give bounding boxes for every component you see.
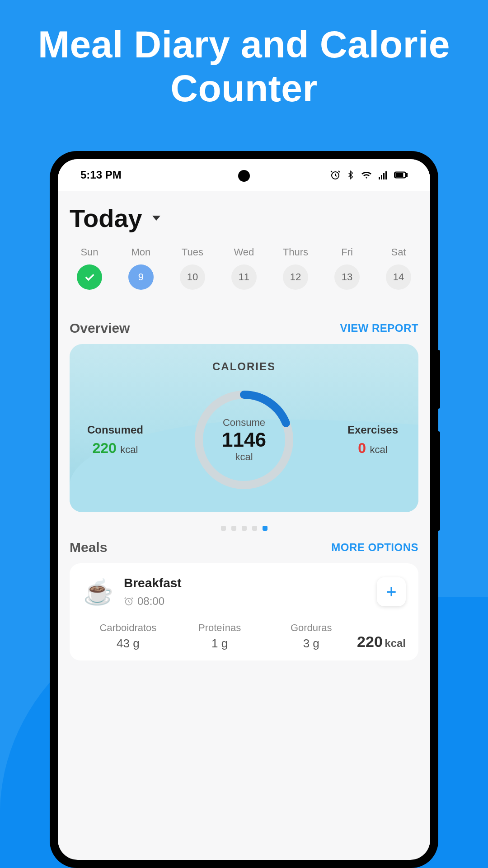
svg-rect-2 [381,175,382,179]
day-circle: 10 [180,264,205,290]
exercises-block: Exercises 0 kcal [339,424,407,457]
day-sun[interactable]: Sun [77,246,102,290]
day-circle: 9 [128,264,154,290]
screen: 5:13 PM Today Sun [58,159,430,860]
overview-header: Overview VIEW REPORT [70,321,418,336]
macro-label: Gorduras [265,622,357,634]
meal-name: Breakfast [124,576,367,590]
exercises-value: 0 [358,440,366,456]
macro-label: Carboidratos [82,622,174,634]
consume-value: 1146 [222,429,266,451]
calories-card[interactable]: CALORIES Consumed 220 kcal [70,344,418,512]
day-fri[interactable]: Fri 13 [334,246,360,290]
svg-rect-4 [385,171,387,179]
day-label: Sun [80,246,98,258]
consumed-label: Consumed [87,424,143,436]
more-options-link[interactable]: MORE OPTIONS [331,541,418,554]
day-label: Tues [182,246,203,258]
dot[interactable] [221,526,226,531]
meal-total-unit: kcal [385,637,406,649]
macro-carbs: Carboidratos 43 g [82,622,174,651]
day-label: Sat [391,246,406,258]
macro-value: 43 g [82,637,174,651]
day-circle: 13 [334,264,360,290]
camera-notch [238,170,250,182]
date-selector[interactable]: Today [70,203,418,233]
consume-label: Consume [223,417,265,429]
svg-rect-1 [379,177,380,179]
macro-protein: Proteínas 1 g [174,622,266,651]
exercises-unit: kcal [370,444,388,455]
day-tues[interactable]: Tues 10 [180,246,205,290]
page-title: Today [70,203,142,233]
consumed-block: Consumed 220 kcal [81,424,149,457]
view-report-link[interactable]: VIEW REPORT [340,322,418,335]
day-label: Thurs [283,246,308,258]
side-button [436,431,440,531]
page-indicator [70,526,418,531]
macro-label: Proteínas [174,622,266,634]
day-wed[interactable]: Wed 11 [231,246,257,290]
meal-total-value: 220 [357,633,383,650]
chevron-down-icon [152,216,160,221]
plus-icon: + [386,582,396,602]
content: Overview VIEW REPORT CALORIES Consumed 2… [58,306,430,666]
dot[interactable] [242,526,247,531]
signal-icon [378,170,389,180]
dot[interactable] [252,526,257,531]
status-time: 5:13 PM [80,169,122,181]
header: Today Sun Mon 9 Tues 10 [58,191,430,306]
day-circle: 14 [386,264,411,290]
battery-icon [394,170,408,180]
consumed-value: 220 [93,440,117,456]
meal-total: 220 kcal [357,633,406,651]
day-circle: 12 [283,264,308,290]
dot[interactable] [231,526,236,531]
day-sat[interactable]: Sat 14 [386,246,411,290]
add-meal-button[interactable]: + [377,577,406,606]
calendar-strip: Sun Mon 9 Tues 10 Wed 11 [70,233,418,302]
status-icons [330,170,408,180]
exercises-label: Exercises [347,424,398,436]
meals-header: Meals MORE OPTIONS [70,540,418,555]
dot-active[interactable] [263,526,267,531]
macro-value: 1 g [174,637,266,651]
day-label: Wed [234,246,254,258]
day-label: Fri [341,246,353,258]
meals-title: Meals [70,540,107,555]
side-button [436,350,440,409]
check-icon [83,271,96,283]
alarm-icon [330,170,341,180]
hero-title: Meal Diary and Calorie Counter [0,0,488,128]
macro-fat: Gorduras 3 g [265,622,357,651]
day-circle: 11 [231,264,257,290]
bluetooth-icon [346,170,355,180]
meal-card-breakfast[interactable]: ☕ Breakfast 08:00 + Carboidratos [70,563,418,660]
consume-unit: kcal [235,451,253,463]
meal-time: 08:00 [137,595,164,608]
status-bar: 5:13 PM [58,159,430,191]
svg-rect-7 [396,174,403,176]
overview-title: Overview [70,321,130,336]
calories-title: CALORIES [81,360,407,373]
calorie-gauge: Consume 1146 kcal [190,386,298,494]
day-mon[interactable]: Mon 9 [128,246,154,290]
day-circle [77,264,102,290]
svg-rect-3 [383,173,385,179]
macro-value: 3 g [265,637,357,651]
alarm-icon [124,596,134,606]
coffee-icon: ☕ [82,578,114,606]
consumed-unit: kcal [120,444,138,455]
svg-rect-6 [406,174,407,176]
day-thurs[interactable]: Thurs 12 [283,246,308,290]
phone-frame: 5:13 PM Today Sun [50,151,438,868]
day-label: Mon [131,246,151,258]
wifi-icon [361,170,372,180]
